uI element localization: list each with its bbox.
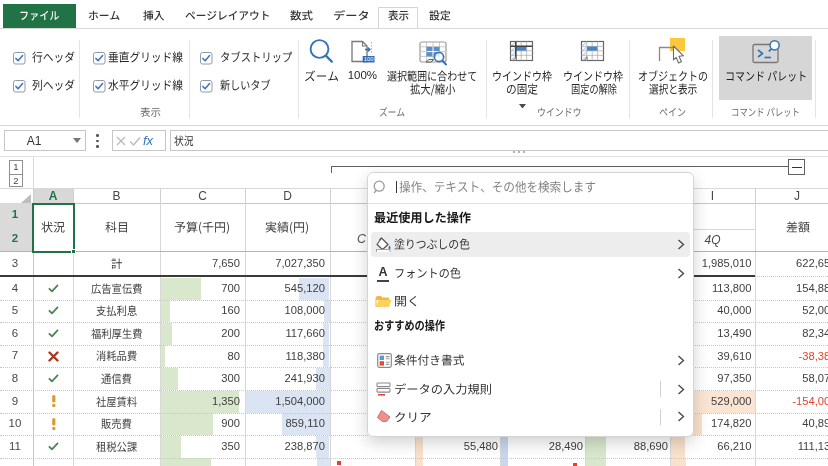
svg-text:100: 100 xyxy=(364,56,374,62)
